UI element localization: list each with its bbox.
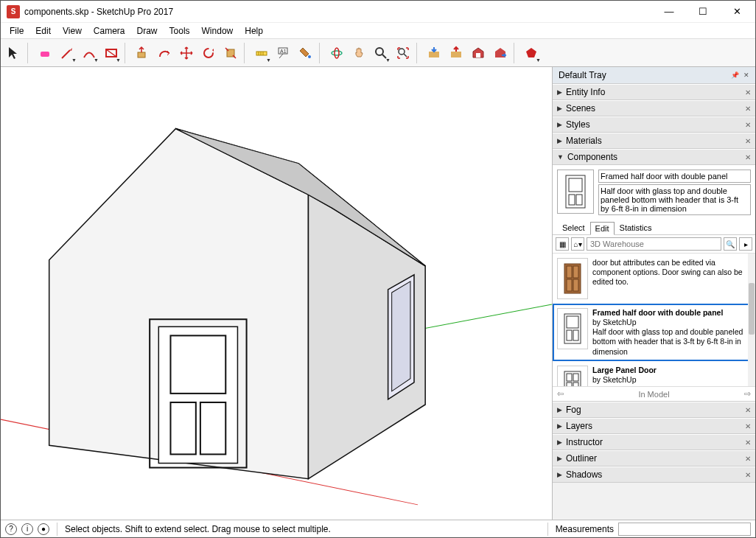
menu-view[interactable]: View (57, 24, 88, 38)
components-view-icon[interactable]: ▦ (556, 237, 569, 251)
svg-rect-45 (567, 316, 578, 328)
app-icon: S (7, 5, 20, 18)
help-icon[interactable]: ? (5, 523, 17, 535)
panel-shadows[interactable]: ▶Shadows✕ (553, 467, 755, 483)
panel-entity-info[interactable]: ▶Entity Info✕ (553, 84, 755, 100)
svg-rect-36 (569, 178, 582, 192)
menu-draw[interactable]: Draw (131, 24, 164, 38)
tool-orbit[interactable] (326, 43, 347, 63)
components-menu-icon[interactable]: ▸ (739, 237, 752, 251)
tab-edit[interactable]: Edit (590, 222, 615, 235)
close-button[interactable]: ✕ (720, 1, 754, 23)
tray-title[interactable]: Default Tray 📌✕ (553, 67, 755, 84)
svg-rect-32 (200, 402, 225, 454)
panel-instructor[interactable]: ▶Instructor✕ (553, 434, 755, 450)
component-item[interactable]: Large Panel Door by SketchUp Raised pane… (553, 361, 755, 386)
nav-back-icon[interactable]: ⇦ (557, 389, 564, 399)
tool-extension[interactable] (490, 43, 511, 63)
svg-rect-6 (256, 52, 267, 55)
tool-line[interactable]: ▼ (57, 43, 77, 63)
panel-fog[interactable]: ▶Fog✕ (553, 402, 755, 418)
tool-pushpull[interactable] (132, 43, 153, 63)
svg-text:A1: A1 (280, 49, 287, 54)
tool-tape[interactable]: ▼ (251, 43, 272, 63)
svg-rect-37 (569, 195, 575, 205)
svg-rect-40 (567, 266, 572, 278)
tool-pan[interactable] (349, 43, 369, 63)
svg-rect-38 (576, 195, 582, 205)
user-icon[interactable]: ● (38, 523, 49, 535)
component-desc-input[interactable]: Half door with glass top and double pane… (598, 184, 751, 215)
menu-tools[interactable]: Tools (164, 24, 196, 38)
svg-point-13 (332, 51, 342, 55)
maximize-button[interactable]: ☐ (686, 1, 720, 23)
tool-select[interactable] (4, 43, 24, 63)
minimize-button[interactable]: — (652, 1, 686, 23)
measurements-input[interactable] (618, 523, 751, 536)
component-tabs: Select Edit Statistics (553, 220, 755, 235)
tray-pin-icon[interactable]: 📌 (731, 71, 739, 79)
tool-eraser[interactable] (35, 43, 55, 63)
statusbar: ? i ● Select objects. Shift to extend se… (1, 520, 755, 537)
tool-offset[interactable] (154, 43, 175, 63)
svg-rect-52 (573, 382, 578, 386)
status-hint: Select objects. Shift to extend select. … (65, 524, 540, 534)
menu-camera[interactable]: Camera (88, 24, 131, 38)
tool-text[interactable]: A1 (273, 43, 294, 63)
component-name-input[interactable] (598, 170, 751, 183)
components-nav: ⇦ In Model ⇨ (553, 386, 755, 401)
tool-ruby[interactable]: ▼ (521, 43, 542, 63)
tool-zoom[interactable]: ▼ (371, 43, 391, 63)
tool-warehouse-send[interactable] (446, 43, 466, 63)
component-item[interactable]: door but attributes can be edited via co… (553, 254, 755, 304)
tool-warehouse[interactable] (468, 43, 489, 63)
tool-warehouse-get[interactable] (424, 43, 444, 63)
search-icon[interactable]: 🔍 (724, 237, 737, 251)
toolbar: ▼ ▼ ▼ ▼ A1 ▼ ▼ (1, 39, 755, 67)
tool-paint[interactable] (295, 43, 316, 63)
menu-window[interactable]: Window (196, 24, 239, 38)
svg-marker-34 (392, 282, 410, 391)
default-tray: Default Tray 📌✕ ▶Entity Info✕ ▶Scenes✕ ▶… (553, 67, 755, 520)
tool-rotate[interactable] (198, 43, 219, 63)
menu-edit[interactable]: Edit (29, 24, 57, 38)
svg-point-12 (308, 55, 311, 58)
tray-close-icon[interactable]: ✕ (743, 71, 749, 79)
menu-help[interactable]: Help (239, 24, 269, 38)
menu-file[interactable]: File (4, 24, 29, 38)
panel-layers[interactable]: ▶Layers✕ (553, 418, 755, 434)
tool-scale[interactable] (220, 43, 241, 63)
svg-rect-42 (567, 279, 572, 291)
components-panel-body: Half door with glass top and double pane… (553, 165, 755, 402)
panel-components[interactable]: ▼Components✕ (553, 149, 755, 165)
tool-arc[interactable]: ▼ (79, 43, 99, 63)
scrollbar[interactable] (748, 254, 755, 386)
svg-rect-0 (41, 52, 49, 57)
tool-zoom-extents[interactable] (393, 43, 413, 63)
nav-forward-icon[interactable]: ⇨ (744, 389, 751, 399)
panel-outliner[interactable]: ▶Outliner✕ (553, 450, 755, 467)
tool-move[interactable] (176, 43, 197, 63)
svg-rect-50 (573, 374, 578, 381)
tool-shape[interactable]: ▼ (101, 43, 122, 63)
svg-rect-20 (451, 52, 461, 57)
measurements-label: Measurements (556, 524, 614, 534)
components-home-icon[interactable]: ⌂▾ (571, 237, 584, 251)
svg-point-17 (399, 49, 405, 55)
components-search-input[interactable] (587, 237, 721, 251)
svg-rect-31 (170, 402, 195, 454)
svg-rect-47 (573, 330, 578, 340)
tab-select[interactable]: Select (557, 221, 590, 234)
svg-point-4 (204, 49, 213, 57)
tab-statistics[interactable]: Statistics (615, 221, 657, 234)
panel-materials[interactable]: ▶Materials✕ (553, 133, 755, 149)
component-item[interactable]: Framed half door with double panel by Sk… (553, 304, 755, 361)
svg-rect-51 (567, 382, 572, 386)
info-icon[interactable]: i (21, 523, 33, 535)
panel-scenes[interactable]: ▶Scenes✕ (553, 100, 755, 116)
tray-title-label: Default Tray (559, 70, 606, 80)
svg-rect-21 (476, 53, 480, 57)
panel-styles[interactable]: ▶Styles✕ (553, 116, 755, 133)
viewport[interactable] (1, 67, 553, 520)
svg-line-18 (404, 54, 407, 57)
